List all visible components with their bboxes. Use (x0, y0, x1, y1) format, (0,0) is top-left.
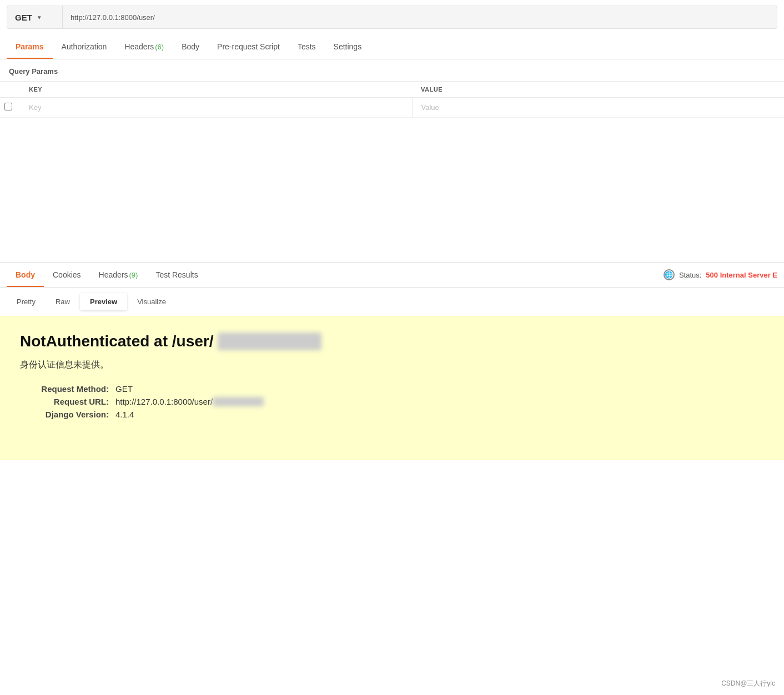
response-tabs-bar: Body Cookies Headers(9) Test Results 🌐 S… (0, 263, 784, 288)
tab-settings[interactable]: Settings (325, 34, 371, 59)
tab-authorization[interactable]: Authorization (53, 34, 116, 59)
preview-title: NotAuthenticated at /user/ (20, 333, 764, 350)
tab-tests[interactable]: Tests (289, 34, 325, 59)
title-blurred (218, 333, 321, 350)
method-label-detail: Request Method: (20, 384, 109, 394)
view-tab-visualize[interactable]: Visualize (127, 293, 176, 310)
url-label-detail: Request URL: (20, 397, 109, 406)
tab-body[interactable]: Body (173, 34, 208, 59)
preview-subtitle: 身份认证信息未提供。 (20, 359, 764, 371)
key-column-header: KEY (20, 82, 412, 98)
status-label: Status: (679, 271, 701, 279)
value-column-header: VALUE (412, 82, 784, 98)
url-blurred (213, 397, 264, 406)
url-value: http://127.0.0.1:8000/user/ (115, 397, 213, 406)
tab-cookies[interactable]: Cookies (44, 263, 90, 287)
response-status-area: 🌐 Status: 500 Internal Server E (664, 269, 777, 280)
method-selector[interactable]: GET ▼ (7, 6, 63, 28)
tab-prerequest[interactable]: Pre-request Script (208, 34, 289, 59)
tab-response-headers[interactable]: Headers(9) (90, 263, 147, 287)
method-value: GET (115, 384, 133, 394)
django-value: 4.1.4 (115, 410, 134, 419)
detail-row-method: Request Method: GET (20, 384, 764, 394)
django-label: Django Version: (20, 410, 109, 419)
method-label: GET (15, 13, 32, 22)
params-table: KEY VALUE Key Value (0, 81, 784, 118)
tab-test-results[interactable]: Test Results (147, 263, 207, 287)
status-code: 500 Internal Server E (706, 271, 777, 279)
request-tabs-bar: Params Authorization Headers(6) Body Pre… (0, 34, 784, 59)
detail-row-django: Django Version: 4.1.4 (20, 410, 764, 419)
spacer (0, 118, 784, 262)
url-bar: GET ▼ (7, 6, 777, 29)
detail-row-url: Request URL: http://127.0.0.1:8000/user/ (20, 397, 764, 406)
view-tab-pretty[interactable]: Pretty (7, 293, 46, 310)
preview-content: NotAuthenticated at /user/ 身份认证信息未提供。 Re… (0, 316, 784, 460)
view-tab-preview[interactable]: Preview (80, 293, 127, 310)
row-checkbox[interactable] (4, 103, 12, 110)
globe-icon: 🌐 (664, 269, 675, 280)
url-input[interactable] (63, 13, 777, 22)
tab-headers[interactable]: Headers(6) (115, 34, 173, 59)
view-tabs: Pretty Raw Preview Visualize (7, 293, 777, 310)
chevron-down-icon: ▼ (37, 14, 42, 21)
checkbox-col-header (0, 82, 20, 98)
value-placeholder: Value (421, 103, 439, 112)
table-row: Key Value (0, 98, 784, 118)
key-placeholder: Key (29, 103, 41, 112)
query-params-title: Query Params (0, 59, 784, 81)
tab-response-body[interactable]: Body (7, 263, 44, 287)
view-tab-raw[interactable]: Raw (46, 293, 80, 310)
tab-params[interactable]: Params (7, 34, 53, 59)
